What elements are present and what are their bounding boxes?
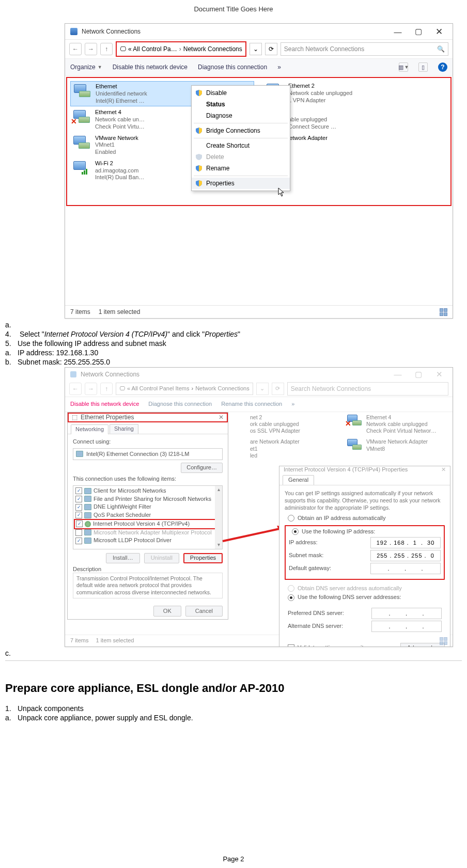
checkbox-icon[interactable]: ✓ <box>75 504 82 511</box>
radio-obtain-ip-auto[interactable]: Obtain an IP address automatically <box>285 515 445 522</box>
list-item[interactable]: Microsoft Network Adapter Multiplexor Pr… <box>74 529 221 537</box>
toolbar-more-button[interactable]: » <box>277 64 281 71</box>
tab-sharing[interactable]: Sharing <box>110 424 138 434</box>
configure-button[interactable]: Configure… <box>181 463 223 473</box>
breadcrumb-segment[interactable]: « All Control Pa… <box>128 45 177 53</box>
address-breadcrumb[interactable]: 🖵 « All Control Pa… › Network Connection… <box>116 41 246 57</box>
breadcrumb-segment[interactable]: Network Connections <box>195 385 250 392</box>
view-tiles-icon[interactable] <box>440 308 447 316</box>
search-input[interactable]: Search Network Connections 🔍 <box>281 42 448 56</box>
checkbox-icon[interactable]: ✓ <box>75 538 82 544</box>
step-5: 5.Use the following IP address and subne… <box>5 339 462 348</box>
dialog-titlebar: ⬚ Ethernet Properties ✕ <box>68 413 228 422</box>
list-item[interactable]: ✓QoS Packet Scheduler <box>74 511 221 519</box>
screenshot-ethernet-properties: Network Connections — ▢ ✕ ← → ↑ 🖵 « All … <box>65 367 453 647</box>
window-titlebar: Network Connections — ▢ ✕ <box>65 368 453 381</box>
window-maximize-button[interactable]: ▢ <box>408 24 429 39</box>
search-icon: 🔍 <box>437 45 445 53</box>
nav-back-button[interactable]: ← <box>69 383 82 395</box>
rename-connection-button[interactable]: Rename this connection <box>221 401 282 408</box>
validate-settings-row[interactable]: Validate settings upon exit Advanced… <box>285 641 445 647</box>
ctx-rename[interactable]: Rename <box>192 163 290 174</box>
list-item-ipv4[interactable]: ✓Internet Protocol Version 4 (TCP/IPv4) <box>74 519 222 529</box>
ctx-disable[interactable]: Disable <box>192 87 290 99</box>
checkbox-icon[interactable] <box>75 529 82 536</box>
address-dropdown-button[interactable]: ⌄ <box>250 43 262 55</box>
refresh-button[interactable]: ⟳ <box>265 43 277 55</box>
list-item[interactable]: ✓Client for Microsoft Networks <box>74 487 221 495</box>
ctx-create-shortcut[interactable]: Create Shortcut <box>192 140 290 151</box>
checkbox-icon[interactable] <box>288 644 294 647</box>
checkbox-icon[interactable]: ✓ <box>75 512 82 518</box>
list-item[interactable]: ✓File and Printer Sharing for Microsoft … <box>74 495 221 503</box>
dialog-close-button[interactable]: ✕ <box>441 466 446 474</box>
nav-up-button[interactable]: ↑ <box>100 383 113 395</box>
refresh-button[interactable]: ⟳ <box>272 383 284 395</box>
preview-pane-button[interactable]: ▯ <box>418 62 428 72</box>
dialog-close-button[interactable]: ✕ <box>219 414 224 421</box>
radio-use-following-dns[interactable]: Use the following DNS server addresses: <box>285 594 445 601</box>
nav-up-button[interactable]: ↑ <box>100 43 113 55</box>
search-input[interactable]: Search Network Connections <box>287 382 448 396</box>
control-panel-icon: 🖵 <box>120 45 126 53</box>
window-maximize-button[interactable]: ▢ <box>408 367 429 382</box>
list-item[interactable]: ✓Microsoft LLDP Protocol Driver <box>74 536 221 545</box>
tab-general[interactable]: General <box>283 475 314 485</box>
dialog-title: Ethernet Properties <box>81 414 134 421</box>
list-item[interactable]: ✓DNE LightWeight Filter <box>74 503 221 511</box>
breadcrumb-segment[interactable]: « All Control Panel Items <box>127 385 189 392</box>
step-4: 4. Select "Internet Protocol Version 4 (… <box>5 330 462 338</box>
subnet-mask-input[interactable] <box>370 550 441 561</box>
toolbar-more-button[interactable]: » <box>291 401 294 408</box>
nav-forward-button[interactable]: → <box>85 43 97 55</box>
advanced-button[interactable]: Advanced… <box>400 643 445 647</box>
preferred-dns-field: Preferred DNS server: <box>288 608 442 619</box>
help-icon[interactable]: ? <box>438 62 447 72</box>
disable-device-button[interactable]: Disable this network device <box>70 401 139 408</box>
checkbox-icon[interactable]: ✓ <box>76 520 83 527</box>
ethernet-adapter-icon <box>73 83 91 99</box>
diagnose-connection-button[interactable]: Diagnose this connection <box>148 401 212 408</box>
radio-use-following-ip[interactable]: Use the following IP address: <box>289 528 441 535</box>
ctx-diagnose[interactable]: Diagnose <box>192 110 290 121</box>
ok-button[interactable]: OK <box>153 606 181 617</box>
organize-menu[interactable]: Organize ▼ <box>70 64 102 71</box>
address-dropdown-button[interactable]: ⌄ <box>256 383 269 395</box>
preferred-dns-input[interactable] <box>371 608 442 619</box>
properties-button[interactable]: Properties <box>183 553 223 563</box>
install-button[interactable]: Install… <box>106 553 140 563</box>
address-breadcrumb[interactable]: 🖵 « All Control Panel Items › Network Co… <box>116 383 253 395</box>
breadcrumb-segment[interactable]: Network Connections <box>183 45 242 53</box>
nic-icon <box>76 451 83 457</box>
ip-settings-group: Use the following IP address: IP address… <box>285 525 445 580</box>
nav-back-button[interactable]: ← <box>69 43 82 55</box>
adapter-partial-right-1[interactable]: able unplugged Connect Secure … <box>263 107 447 132</box>
default-gateway-input[interactable] <box>370 563 441 574</box>
connection-items-list[interactable]: ▴▾ ✓Client for Microsoft Networks ✓File … <box>73 485 223 549</box>
ip-address-input[interactable] <box>370 537 441 548</box>
ctx-properties[interactable]: Properties <box>192 178 290 189</box>
checkbox-icon[interactable]: ✓ <box>75 487 82 494</box>
ctx-separator <box>194 138 288 138</box>
disable-device-button[interactable]: Disable this network device <box>113 64 188 71</box>
ctx-status[interactable]: Status <box>192 99 290 110</box>
adapter-ethernet-2[interactable]: Ethernet 2 Network cable unplugged L VPN… <box>263 81 447 106</box>
window-close-button[interactable]: ✕ <box>429 367 449 382</box>
checkbox-icon[interactable]: ✓ <box>75 496 82 502</box>
cancel-button[interactable]: Cancel <box>185 606 223 617</box>
ctx-bridge[interactable]: Bridge Connections <box>192 125 290 136</box>
window-minimize-button[interactable]: — <box>387 367 408 382</box>
ctx-label: Bridge Connections <box>206 127 260 134</box>
view-tiles-icon[interactable] <box>440 637 447 645</box>
diagnose-connection-button[interactable]: Diagnose this connection <box>198 64 267 71</box>
step-5b: b.Subnet mask: 255.255.255.0 <box>5 358 462 366</box>
window-minimize-button[interactable]: — <box>387 24 408 39</box>
ctx-label: Create Shortcut <box>206 142 250 149</box>
alternate-dns-input[interactable] <box>371 621 442 632</box>
tab-networking[interactable]: Networking <box>71 424 108 434</box>
step-marker-a: a. <box>5 321 462 329</box>
nav-forward-button[interactable]: → <box>85 383 97 395</box>
adapter-partial-right-2[interactable]: letwork Adapter <box>263 133 447 157</box>
view-options-button[interactable]: ▥▼ <box>399 62 408 72</box>
window-close-button[interactable]: ✕ <box>429 24 449 39</box>
